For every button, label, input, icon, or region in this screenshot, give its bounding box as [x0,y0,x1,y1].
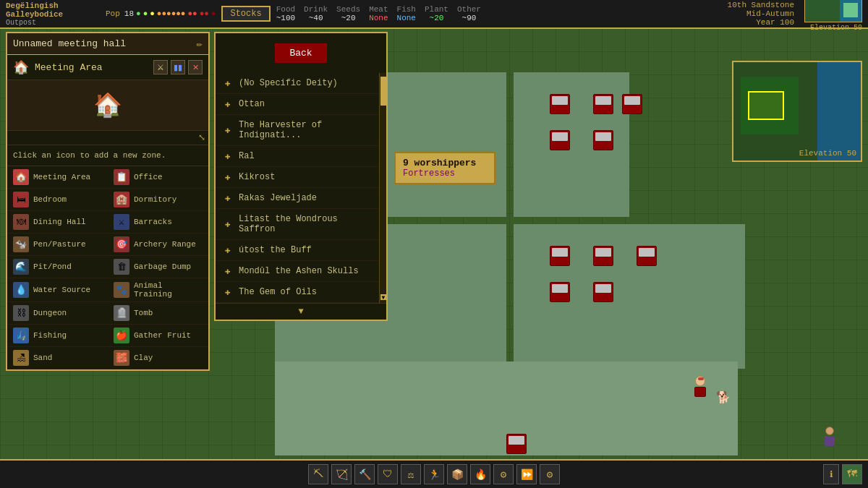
panel-title: Unnamed meeting hall [13,38,126,49]
date-line2: Mid-Autumn [746,9,794,18]
deity-scroll-down[interactable]: ▼ [216,303,386,320]
zone-image-area: 🏠 [7,80,208,131]
room-4 [514,224,745,369]
deity-item-none[interactable]: ✚ (No Specific Deity) [216,73,386,94]
zone-gather-fruit[interactable]: 🍎 Gather Fruit [108,325,208,347]
deity-cross-icon-none: ✚ [223,78,233,88]
deity-name-1: Ottan [239,99,265,109]
deity-item-harvester[interactable]: ✚ The Harvester of Indignati... [216,115,386,146]
zone-dining-hall[interactable]: 🍽 Dining Hall [7,211,108,234]
zone-water-source[interactable]: 💧 Water Source [7,278,108,302]
deity-scrollbar[interactable]: ▼ [379,73,386,303]
deity-item-ottan[interactable]: ✚ Ottan [216,94,386,115]
bottom-icon-settings[interactable]: ⚙ [540,464,560,484]
bottom-icon-scale[interactable]: ⚖ [401,464,421,484]
resource-section: Food ~100 Drink ~40 Seeds ~20 Meat None … [276,5,722,22]
deity-item-rakas[interactable]: ✚ Rakas Jeweljade [216,188,386,209]
zone-archery-range[interactable]: 🎯 Archery Range [108,234,208,256]
zone-garbage-dump[interactable]: 🗑 Garbage Dump [108,256,208,278]
pop-dot-2: ● [143,9,148,18]
deity-list[interactable]: ✚ (No Specific Deity) ✚ Ottan ✚ The Harv… [216,73,386,303]
worshipper-tooltip: 9 worshippers Fortresses [394,152,495,184]
scroll-down-arrow[interactable]: ▼ [380,294,386,300]
pop-dot-3: ● [150,9,155,18]
bottom-icon-box[interactable]: 📦 [447,464,467,484]
deity-item-utost[interactable]: ✚ útost the Buff [216,240,386,261]
zone-dormitory[interactable]: 🏨 Dormitory [108,189,208,211]
resource-other: Other ~90 [457,5,481,22]
action-close[interactable]: ✕ [188,60,203,74]
zone-preview-icon: 🏠 [93,91,122,120]
bottom-icon-shield[interactable]: 🛡 [378,464,398,484]
deity-item-kikrost[interactable]: ✚ Kikrost [216,167,386,188]
action-sword[interactable]: ⚔ [153,60,168,74]
zone-icon-tomb: 🪦 [114,305,129,321]
action-pause[interactable]: ▮▮ [171,60,185,74]
left-panel: Unnamed meeting hall ✏ 🏠 Meeting Area ⚔ … [6,32,210,371]
resource-food: Food ~100 [276,5,295,22]
pop-count: 18 [124,9,134,18]
zone-meeting-area[interactable]: 🏠 Meeting Area [7,166,108,189]
deity-item-gem[interactable]: ✚ The Gem of Oils [216,282,386,303]
bottom-icon-map[interactable]: 🗺 [842,464,862,484]
deity-item-ral[interactable]: ✚ Ral [216,146,386,167]
zone-dungeon[interactable]: ⛓ Dungeon [7,302,108,325]
deity-item-mondul[interactable]: ✚ Mondûl the Ashen Skulls [216,261,386,282]
zone-icon-dining: 🍽 [13,214,29,230]
zone-pit-pond[interactable]: 🌊 Pit/Pond [7,256,108,278]
zone-icon-archery: 🎯 [114,236,129,252]
date-section: 10th Sandstone Mid-Autumn Year 100 [728,1,794,27]
worshipper-count: 9 worshippers [403,158,487,168]
zone-icon-water: 💧 [13,282,29,298]
bed-1 [550,94,570,114]
stocks-button[interactable]: Stocks [221,6,270,22]
bottom-icon-gear[interactable]: ⚙ [493,464,514,484]
bottom-icon-fast-forward[interactable]: ⏩ [516,464,537,484]
minimap-panel[interactable]: Elevation 50 [732,61,862,162]
bottom-icon-bow[interactable]: 🏹 [331,464,352,484]
zone-pen-pasture[interactable]: 🐄 Pen/Pasture [7,234,108,256]
deity-cross-icon-8: ✚ [223,266,233,276]
zone-bedroom[interactable]: 🛏 Bedroom [7,189,108,211]
zone-clay[interactable]: 🧱 Clay [108,347,208,369]
minimap-header[interactable] [804,0,862,22]
panel-header: Unnamed meeting hall ✏ [7,33,208,55]
date-line3: Year 100 [756,18,794,27]
bottom-icon-info[interactable]: ℹ [823,464,839,484]
zone-icon-pen: 🐄 [13,236,29,252]
zone-icon-pit: 🌊 [13,259,29,275]
resource-plant: Plant ~20 [425,5,448,22]
resource-fish: Fish None [397,5,416,22]
resize-icon[interactable]: ⤡ [198,132,205,143]
character-2 [825,427,835,446]
zone-tomb[interactable]: 🪦 Tomb [108,302,208,325]
zone-sand[interactable]: 🏖 Sand [7,347,108,369]
deity-cross-icon-6: ✚ [223,219,233,229]
date-line1: 10th Sandstone [728,1,794,9]
bottom-icon-fire[interactable]: 🔥 [470,464,490,484]
edit-icon[interactable]: ✏ [197,38,203,50]
meeting-area-icon: 🏠 [13,59,29,75]
deity-back-button[interactable]: Back [275,43,326,63]
bed-10 [593,282,613,302]
deity-item-litast[interactable]: ✚ Litast the Wondrous Saffron [216,209,386,240]
settlement-type: Outpost [6,19,100,27]
pop-dot-1: ● [136,9,141,18]
zone-barracks[interactable]: ⚔ Barracks [108,211,208,234]
deity-scrollbar-thumb[interactable] [380,77,386,106]
zone-office[interactable]: 📋 Office [108,166,208,189]
bed-3 [622,94,642,114]
bottom-icon-pickaxe[interactable]: ⛏ [308,464,328,484]
deity-name-none: (No Specific Deity) [239,78,338,88]
zone-icon-dungeon: ⛓ [13,305,29,321]
worshipper-type: Fortresses [403,168,487,179]
bed-2 [593,94,613,114]
bottom-icon-person[interactable]: 🏃 [424,464,444,484]
zone-animal-training[interactable]: 🐾 Animal Training [108,278,208,302]
pop-dot-5: ●● [187,9,197,18]
resize-handle-row: ⤡ [7,131,208,145]
zone-icon-barracks: ⚔ [114,214,129,230]
zone-fishing[interactable]: 🎣 Fishing [7,325,108,347]
pet-1: 🐕 [716,390,731,405]
bottom-icon-hammer[interactable]: 🔨 [354,464,375,484]
